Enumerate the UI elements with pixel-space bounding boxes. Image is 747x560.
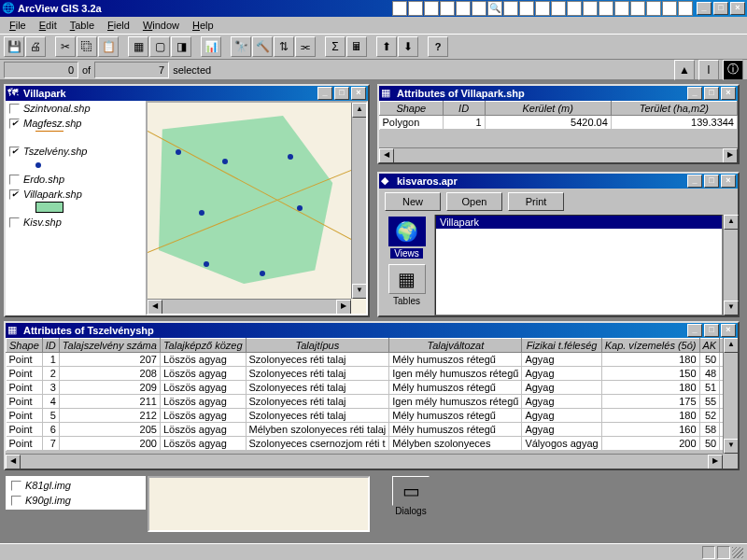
layer-item[interactable]: K90gl.img [7,493,144,508]
table-row[interactable]: Point7200Löszös agyagSzolonyeces csernoz… [7,437,724,451]
column-header[interactable]: Talajszelvény száma [59,339,160,353]
menu-help[interactable]: Help [187,18,219,33]
pointer-tool-icon[interactable]: ▲ [674,60,695,80]
tray-icon[interactable]: P [456,1,471,16]
maximize-button[interactable]: □ [334,87,349,100]
tray-icon[interactable]: 🔍 [487,1,502,16]
horizontal-scrollbar[interactable]: ◀▶ [148,299,351,314]
attribute-table[interactable]: ShapeIDTalajszelvény számaTalajképző köz… [6,338,723,451]
select-all-icon[interactable]: ▦ [128,36,148,57]
tray-icon[interactable]: O [440,1,455,16]
tray-icon[interactable]: ▥ [519,1,534,16]
menu-window[interactable]: Window [137,18,185,33]
tray-icon[interactable]: ▭ [678,1,693,16]
table-row[interactable]: Point5212Löszös agyagSzolonyeces réti ta… [7,409,724,423]
save-icon[interactable]: 💾 [4,36,24,57]
minimize-button[interactable]: _ [317,87,332,100]
close-button[interactable]: × [351,87,366,100]
layer-checkbox[interactable] [9,217,20,228]
select-none-icon[interactable]: ▢ [149,36,170,57]
query-icon[interactable]: 🔨 [252,36,273,57]
attribute-table[interactable]: Shape ID Kerület (m) Terület (ha,m2) Pol… [379,101,738,130]
join-icon[interactable]: ⫘ [295,36,316,57]
layer-item[interactable]: K81gl.img [7,478,144,493]
horizontal-scrollbar[interactable]: ◀▶ [6,454,723,469]
print-button[interactable]: Print [508,192,564,211]
edit-tool-icon[interactable]: I [698,60,719,80]
column-header[interactable]: Talajváltozat [389,339,522,353]
print-icon[interactable]: 🖨 [25,36,46,57]
scroll-left-icon[interactable]: ◀ [6,455,21,469]
menu-file[interactable]: File [4,18,32,33]
column-header[interactable]: Fizikai t.féleség [522,339,601,353]
window-attr-tszelveny[interactable]: ▦ Attributes of Tszelvényshp _□× ShapeID… [4,321,740,470]
table-row[interactable]: Point4211Löszös agyagSzolonyeces réti ta… [7,395,724,409]
find-icon[interactable]: 🔭 [231,36,251,57]
layer-checkbox[interactable] [11,481,21,491]
column-header[interactable]: AK [699,339,720,353]
close-button[interactable]: × [721,87,736,100]
layer-item[interactable]: ✔Villapark.shp [6,187,146,215]
vertical-scrollbar[interactable]: ▲▼ [351,103,366,299]
promote-icon[interactable]: ⇅ [274,36,294,57]
column-header[interactable]: ID [443,102,485,116]
switch-selection-icon[interactable]: ◨ [171,36,191,57]
paste-icon[interactable]: 📋 [98,36,119,57]
maximize-button[interactable]: □ [704,87,719,100]
maximize-button[interactable]: □ [704,324,719,337]
tray-icon[interactable]: ▧ [583,1,598,16]
layer-checkbox[interactable] [9,175,20,185]
scroll-left-icon[interactable]: ◀ [148,300,162,315]
column-header[interactable]: Talajképző közeg [160,339,246,353]
column-header[interactable]: Shape [380,102,444,116]
tray-icon[interactable]: ◪ [599,1,613,16]
minimize-button[interactable]: _ [687,175,702,188]
scroll-up-icon[interactable]: ▲ [724,338,738,353]
identify-tool-icon[interactable]: ⓘ [723,60,743,80]
layer-item[interactable]: ✔Magfesz.shp [6,116,146,144]
layer-checkbox[interactable]: ✔ [9,147,20,157]
layer-item[interactable]: Kisv.shp [6,215,146,230]
window-attr-villapark[interactable]: ▦ Attributes of Villapark.shp _□× Shape … [377,84,740,164]
maximize-button[interactable]: □ [704,175,719,188]
project-item-list[interactable]: Villapark [435,215,723,315]
scroll-up-icon[interactable]: ▲ [724,215,739,230]
table-row[interactable]: Point1207Löszös agyagSzolonyeces réti ta… [7,353,724,367]
column-header[interactable]: ID [42,339,59,353]
tray-icon[interactable]: C [424,1,439,16]
vertical-scrollbar[interactable]: ▲▼ [723,215,738,315]
menu-field[interactable]: Field [102,18,135,33]
layer-item[interactable]: Erdo.shp [6,172,146,187]
horizontal-scrollbar[interactable]: ◀▶ [379,147,738,162]
layer-checkbox[interactable]: ✔ [9,119,20,129]
layer-checkbox[interactable] [9,104,20,114]
table-row[interactable]: Point3209Löszös agyagSzolonyeces réti ta… [7,381,724,395]
close-button[interactable]: × [721,324,736,337]
menu-edit[interactable]: Edit [34,18,63,33]
dialogs-category-icon[interactable]: ▭ [392,476,430,506]
tray-icon[interactable]: ▦ [567,1,582,16]
tray-icon[interactable]: ◧ [503,1,518,16]
minimize-button[interactable]: _ [687,324,702,337]
calculate-icon[interactable]: 🖩 [346,36,367,57]
scroll-right-icon[interactable]: ▶ [723,148,738,162]
column-header[interactable]: Talajtípus [246,339,389,353]
scroll-down-icon[interactable]: ▼ [352,284,367,299]
sort-asc-icon[interactable]: ⬆ [376,36,397,57]
window-villapark[interactable]: 🗺 Villapark _□× Szintvonal.shp ✔Magfesz.… [4,84,370,317]
scroll-up-icon[interactable]: ▲ [352,103,367,118]
cut-icon[interactable]: ✂ [55,36,76,57]
scroll-right-icon[interactable]: ▶ [708,455,723,469]
tray-icon[interactable]: ◩ [535,1,550,16]
close-button[interactable]: × [721,175,736,188]
tray-icon[interactable]: ◆ [614,1,629,16]
column-header[interactable]: Terület (ha,m2) [611,102,737,116]
layer-item[interactable]: Szintvonal.shp [6,101,146,116]
layer-checkbox[interactable]: ✔ [9,189,20,200]
scroll-down-icon[interactable]: ▼ [724,301,739,315]
tray-icon[interactable]: X [408,1,423,16]
scroll-right-icon[interactable]: ▶ [336,300,351,315]
window-project[interactable]: ◆ kisvaros.apr _□× New Open Print 🌍 View… [377,172,740,317]
list-item[interactable]: Villapark [436,216,722,229]
table-row[interactable]: Polygon 1 5420.04 139.3344 [380,116,738,130]
